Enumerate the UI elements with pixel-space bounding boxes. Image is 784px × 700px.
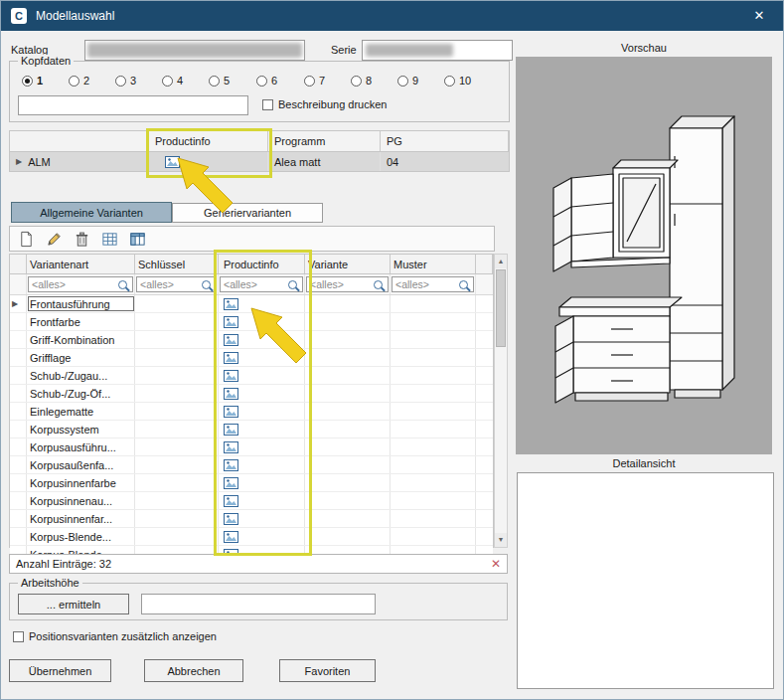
kopfdaten-radio-6[interactable]: 6 xyxy=(256,75,277,87)
table-row[interactable]: ▶ Frontausführung xyxy=(10,295,493,313)
kopfdaten-radio-3[interactable]: 3 xyxy=(115,75,136,87)
kopfdaten-radio-5[interactable]: 5 xyxy=(209,75,230,87)
productinfo-image-icon[interactable] xyxy=(224,531,238,543)
header-programm[interactable]: Programm xyxy=(268,131,381,151)
radio-icon xyxy=(304,76,315,87)
productinfo-image-icon[interactable] xyxy=(224,298,238,310)
productinfo-image-icon[interactable] xyxy=(224,495,238,507)
filter-schluessel[interactable]: <alles> xyxy=(136,276,217,292)
serie-input[interactable] xyxy=(362,40,513,61)
row-label: Frontausführung xyxy=(30,298,110,310)
table-row[interactable]: Griff-Kombination xyxy=(10,331,493,349)
header-productinfo[interactable]: Productinfo xyxy=(149,131,268,151)
kopfdaten-radio-2[interactable]: 2 xyxy=(69,75,89,87)
model-row-alm[interactable]: ▶ALM Alea matt 04 xyxy=(10,152,509,171)
header-muster[interactable]: Muster xyxy=(391,255,476,273)
kopfdaten-text-input[interactable] xyxy=(18,95,248,115)
table-row[interactable]: Korpus-Blende... xyxy=(10,528,493,546)
row-label: Schub-/Zugau... xyxy=(30,370,107,382)
productinfo-image-icon[interactable] xyxy=(224,334,238,346)
table-row[interactable]: Schub-/Zugau... xyxy=(10,367,493,385)
uebernehmen-button[interactable]: Übernehmen xyxy=(9,659,111,682)
productinfo-image-icon[interactable] xyxy=(224,406,238,418)
model-pg: 04 xyxy=(387,156,398,168)
tab-allgemeine-varianten[interactable]: Allgemeine Varianten xyxy=(11,202,172,223)
kopfdaten-legend: Kopfdaten xyxy=(18,55,74,67)
productinfo-image-icon[interactable] xyxy=(224,477,238,489)
edit-pencil-icon[interactable] xyxy=(44,229,64,249)
table-row[interactable]: Korpusinnenau... xyxy=(10,492,493,510)
filter-variante[interactable]: <alles> xyxy=(306,276,389,292)
search-icon xyxy=(288,280,297,289)
scroll-up-icon[interactable]: ▲ xyxy=(495,255,507,268)
abbrechen-button[interactable]: Abbrechen xyxy=(144,659,243,682)
table-row[interactable]: Korpusinnenfarbe xyxy=(10,474,493,492)
kopfdaten-radio-1[interactable]: 1 xyxy=(22,75,43,87)
header-schluessel[interactable]: Schlüssel xyxy=(135,255,219,273)
serie-label: Serie xyxy=(331,44,357,56)
kopfdaten-radio-9[interactable]: 9 xyxy=(397,75,418,87)
productinfo-image-icon[interactable] xyxy=(224,316,238,328)
delete-trash-icon[interactable] xyxy=(72,229,91,249)
header-pg[interactable]: PG xyxy=(381,131,509,151)
productinfo-image-icon[interactable] xyxy=(224,352,238,364)
row-label: Einlegematte xyxy=(30,406,93,418)
radio-icon xyxy=(397,76,408,87)
kopfdaten-radio-7[interactable]: 7 xyxy=(304,75,325,87)
scroll-down-icon[interactable]: ▼ xyxy=(495,533,507,547)
kopfdaten-radio-10[interactable]: 10 xyxy=(444,75,471,87)
variant-table-scrollbar[interactable]: ▲ ▼ xyxy=(494,254,508,548)
radio-icon xyxy=(115,76,126,87)
filter-row: <alles> <alles> <alles> <alles> <alles> xyxy=(10,274,493,295)
katalog-input[interactable] xyxy=(84,40,305,61)
arbeitshoehe-input[interactable] xyxy=(141,594,376,614)
model-table-header: Productinfo Programm PG xyxy=(10,131,509,152)
titlebar[interactable]: C Modellauswahl ✕ xyxy=(1,1,783,31)
close-icon[interactable]: ✕ xyxy=(745,1,773,31)
header-variante[interactable]: Variante xyxy=(305,255,391,273)
header-blank xyxy=(10,131,149,151)
filter-muster[interactable]: <alles> xyxy=(392,276,474,292)
row-label: Grifflage xyxy=(30,352,71,364)
model-name: ALM xyxy=(28,156,51,168)
row-expander-icon[interactable]: ▶ xyxy=(16,157,22,166)
table-row[interactable]: Korpusausführu... xyxy=(10,438,493,456)
table-row[interactable]: Frontfarbe xyxy=(10,313,493,331)
scrollbar-thumb[interactable] xyxy=(496,269,506,347)
positionsvarianten-checkbox[interactable]: Positionsvarianten zusätzlich anzeigen xyxy=(13,630,217,642)
filter-variantenart[interactable]: <alles> xyxy=(28,276,133,292)
new-item-icon[interactable] xyxy=(16,229,36,249)
productinfo-image-icon[interactable] xyxy=(224,513,238,525)
row-label: Griff-Kombination xyxy=(30,334,114,346)
header-variantenart[interactable]: Variantenart xyxy=(27,255,135,273)
tab-generiervarianten[interactable]: Generiervarianten xyxy=(172,203,323,223)
filter-productinfo[interactable]: <alles> xyxy=(220,276,303,292)
favoriten-button[interactable]: Favoriten xyxy=(279,659,376,682)
productinfo-image-icon[interactable] xyxy=(224,424,238,436)
header-productinfo[interactable]: Productinfo xyxy=(219,255,305,273)
table-row[interactable]: Grifflage xyxy=(10,349,493,367)
row-expander-icon[interactable]: ▶ xyxy=(12,299,18,308)
radio-icon xyxy=(256,76,267,87)
clear-filter-icon[interactable]: ✕ xyxy=(491,557,501,571)
table-row[interactable]: Korpusinnenfar... xyxy=(10,510,493,528)
table-row[interactable]: Korpusaußenfa... xyxy=(10,456,493,474)
productinfo-image-icon[interactable] xyxy=(224,370,238,382)
row-label: Korpussystem xyxy=(30,424,99,436)
entry-count: Anzahl Einträge: 32 xyxy=(16,558,111,570)
table-row[interactable]: Korpussystem xyxy=(10,421,493,438)
productinfo-image-icon[interactable] xyxy=(165,156,180,168)
search-icon xyxy=(374,280,383,289)
productinfo-image-icon[interactable] xyxy=(224,459,238,471)
model-table: Productinfo Programm PG ▶ALM Alea matt 0… xyxy=(9,130,510,172)
kopfdaten-radio-4[interactable]: 4 xyxy=(162,75,183,87)
beschreibung-drucken-checkbox[interactable]: Beschreibung drucken xyxy=(262,98,387,110)
table-columns-icon[interactable] xyxy=(127,229,147,249)
productinfo-image-icon[interactable] xyxy=(224,441,238,453)
table-row[interactable]: Einlegematte xyxy=(10,403,493,421)
kopfdaten-radio-8[interactable]: 8 xyxy=(351,75,372,87)
ermitteln-button[interactable]: ... ermitteln xyxy=(18,594,129,614)
table-grid-icon[interactable] xyxy=(99,229,119,249)
productinfo-image-icon[interactable] xyxy=(224,388,238,400)
table-row[interactable]: Schub-/Zug-Öf... xyxy=(10,385,493,403)
